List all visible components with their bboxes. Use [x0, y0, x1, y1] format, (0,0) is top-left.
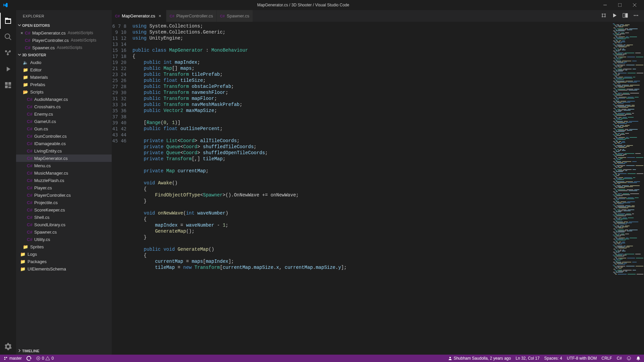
folder-item-scripts[interactable]: 📂Scripts: [16, 88, 112, 96]
extensions-activity[interactable]: [0, 77, 16, 93]
file-item[interactable]: C#SoundLibrary.cs: [16, 221, 112, 228]
problems-status[interactable]: 0 0: [36, 356, 54, 361]
language-mode[interactable]: C#: [617, 356, 622, 361]
folder-item[interactable]: 📁Logs: [16, 250, 112, 258]
folder-item[interactable]: 📁Sprites: [16, 243, 112, 250]
open-editors-section[interactable]: OPEN EDITORS: [16, 22, 112, 29]
csharp-file-icon: C#: [27, 237, 32, 242]
folder-name: Audio: [30, 60, 41, 65]
project-section[interactable]: 3D SHOOTER: [16, 51, 112, 59]
file-item[interactable]: C#Spawner.cs: [16, 228, 112, 236]
search-activity[interactable]: [0, 29, 16, 45]
maximize-button[interactable]: [613, 0, 627, 10]
run-icon[interactable]: [610, 11, 619, 20]
sync-status[interactable]: [26, 356, 31, 361]
compare-icon[interactable]: [600, 11, 608, 20]
explorer-activity[interactable]: [0, 13, 16, 29]
file-item[interactable]: C#GunController.cs: [16, 132, 112, 140]
notifications-icon[interactable]: [636, 356, 641, 361]
more-actions-icon[interactable]: [632, 11, 640, 20]
file-item[interactable]: C#Shell.cs: [16, 214, 112, 221]
file-item[interactable]: C#Gun.cs: [16, 125, 112, 132]
indentation-status[interactable]: Spaces: 4: [544, 356, 562, 361]
file-item[interactable]: C#Utility.cs: [16, 236, 112, 243]
git-branch-icon: [3, 356, 8, 361]
file-item[interactable]: C#Projectile.cs: [16, 199, 112, 206]
csharp-file-icon: C#: [27, 171, 32, 176]
file-name: AudioManager.cs: [34, 97, 68, 102]
svg-point-13: [627, 357, 631, 360]
folder-name: Materials: [30, 75, 48, 80]
file-item[interactable]: C#Menu.cs: [16, 162, 112, 169]
file-name: SoundLibrary.cs: [34, 222, 65, 227]
svg-point-6: [634, 15, 635, 16]
editor-tab[interactable]: C#PlayerController.cs: [166, 10, 217, 22]
folder-item[interactable]: 📁Packages: [16, 258, 112, 265]
file-item[interactable]: C#Crosshairs.cs: [16, 103, 112, 110]
editor-tab[interactable]: C#Spawner.cs: [217, 10, 253, 22]
file-name: MapGenerator.cs: [34, 156, 68, 161]
csharp-file-icon: C#: [27, 215, 32, 220]
folder-item[interactable]: 📁Editor: [16, 66, 112, 73]
folder-icon: 📁: [20, 252, 25, 257]
tab-label: MapGenerator.cs: [122, 13, 155, 18]
folder-name: UIElementsSchema: [28, 266, 66, 272]
folder-icon: 📁: [23, 75, 28, 80]
folder-item[interactable]: 📁Materials: [16, 73, 112, 81]
folder-name: Scripts: [30, 89, 44, 95]
folder-item[interactable]: 🔈Audio: [16, 59, 112, 66]
file-item[interactable]: C#PlayerController.cs: [16, 191, 112, 199]
run-debug-activity[interactable]: [0, 61, 16, 77]
folder-icon: 📁: [23, 82, 28, 87]
cursor-position[interactable]: Ln 32, Col 17: [516, 356, 539, 361]
csharp-file-icon: C#: [27, 222, 32, 227]
close-window-button[interactable]: [628, 0, 641, 10]
file-item[interactable]: C#MapGenerator.cs: [16, 155, 112, 162]
file-item[interactable]: C#LivingEntity.cs: [16, 147, 112, 155]
file-item[interactable]: C#MusicManager.cs: [16, 169, 112, 177]
code-editor[interactable]: 6 7 8 9 10 11 12 13 14 15 16 17 18 19 20…: [112, 22, 644, 355]
split-editor-icon[interactable]: [621, 11, 629, 20]
file-name: MuzzleFlash.cs: [34, 178, 64, 183]
folder-name: Logs: [28, 252, 37, 257]
folder-name: Prefabs: [30, 82, 45, 87]
folder-name: Editor: [30, 67, 42, 72]
file-item[interactable]: C#Player.cs: [16, 184, 112, 191]
file-item[interactable]: C#AudioManager.cs: [16, 96, 112, 103]
file-item[interactable]: C#IDamageable.cs: [16, 140, 112, 147]
csharp-file-icon: C#: [220, 14, 225, 18]
open-editor-item[interactable]: C#PlayerController.csAssets\Scripts: [16, 37, 112, 44]
close-tab-icon[interactable]: ×: [157, 13, 163, 18]
folder-item[interactable]: 📁UIElementsSchema: [16, 265, 112, 273]
minimize-button[interactable]: [598, 0, 612, 10]
svg-point-8: [637, 15, 638, 16]
file-name: Player.cs: [34, 185, 52, 190]
encoding-status[interactable]: UTF-8 with BOM: [567, 356, 597, 361]
file-name: Enemy.cs: [34, 112, 53, 117]
file-item[interactable]: C#MuzzleFlash.cs: [16, 177, 112, 184]
editor-tab[interactable]: C#MapGenerator.cs×: [112, 10, 166, 22]
file-path: Assets\Scripts: [71, 38, 96, 43]
close-icon[interactable]: ×: [19, 31, 25, 36]
csharp-file-icon: C#: [27, 163, 32, 168]
file-item[interactable]: C#GameUI.cs: [16, 118, 112, 125]
branch-status[interactable]: master: [3, 356, 22, 361]
eol-status[interactable]: CRLF: [601, 356, 612, 361]
sync-icon: [26, 356, 31, 361]
file-item[interactable]: C#ScoreKeeper.cs: [16, 206, 112, 214]
git-blame-status[interactable]: Shubham Saudolla, 2 years ago: [448, 356, 511, 361]
vscode-icon: [3, 2, 8, 8]
feedback-icon[interactable]: [627, 356, 631, 361]
file-name: ScoreKeeper.cs: [34, 207, 65, 213]
open-editor-item[interactable]: C#Spawner.csAssets\Scripts: [16, 44, 112, 51]
file-name: Shell.cs: [34, 215, 50, 220]
folder-icon: 📁: [23, 244, 28, 249]
minimap[interactable]: [612, 22, 644, 355]
open-editor-item[interactable]: ×C#MapGenerator.csAssets\Scripts: [16, 29, 112, 37]
source-control-activity[interactable]: [0, 45, 16, 61]
settings-activity[interactable]: [0, 339, 16, 355]
folder-icon: 🔈: [23, 60, 28, 65]
folder-item[interactable]: 📁Prefabs: [16, 81, 112, 88]
file-item[interactable]: C#Enemy.cs: [16, 110, 112, 118]
timeline-section[interactable]: TIMELINE: [16, 347, 112, 355]
